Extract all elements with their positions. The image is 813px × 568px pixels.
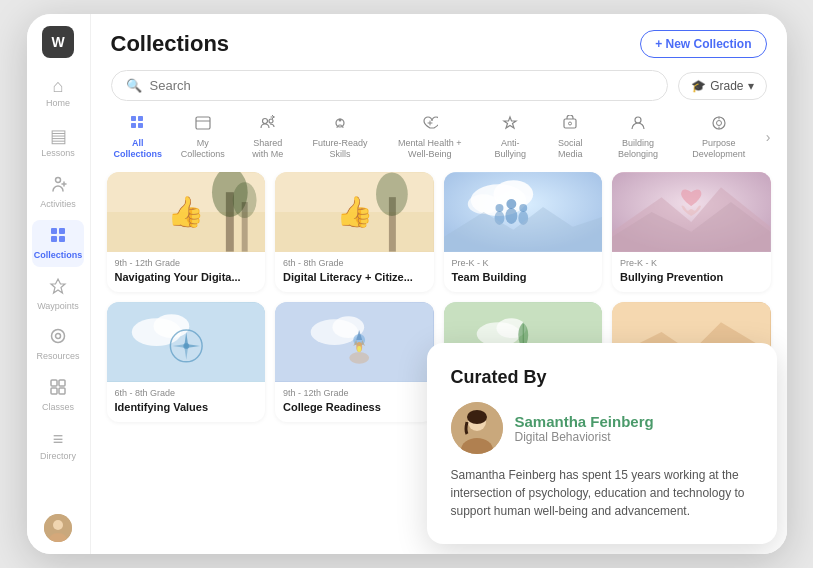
svg-point-0 xyxy=(56,177,61,182)
curated-by-popup: Curated By Sama xyxy=(427,343,777,544)
grade-label: Grade xyxy=(710,79,743,93)
svg-point-47 xyxy=(495,204,503,212)
social-media-icon xyxy=(562,115,578,135)
svg-rect-20 xyxy=(196,117,210,129)
search-icon: 🔍 xyxy=(126,78,142,93)
cat-tab-all[interactable]: All Collections xyxy=(107,111,169,164)
sidebar-label-waypoints: Waypoints xyxy=(37,302,79,312)
grade-filter-button[interactable]: 🎓 Grade ▾ xyxy=(678,72,766,100)
svg-point-46 xyxy=(505,208,517,224)
cat-tab-shared[interactable]: Shared with Me xyxy=(236,111,298,164)
cat-label-purpose: Purpose Development xyxy=(686,138,752,160)
cat-label-building: Building Belonging xyxy=(610,138,665,160)
anti-bullying-icon xyxy=(502,115,518,135)
card-title-1: Navigating Your Digita... xyxy=(115,270,258,284)
card-title-3: Team Building xyxy=(452,270,595,284)
category-tabs: All Collections My Collections xyxy=(91,111,787,172)
svg-rect-5 xyxy=(51,236,57,242)
cat-tab-social[interactable]: Social Media xyxy=(542,111,598,164)
collection-card-6[interactable]: 9th - 12th Grade College Readiness xyxy=(275,302,434,422)
curator-row: Samantha Feinberg Digital Behaviorist xyxy=(451,402,753,454)
category-scroll-right-icon[interactable]: › xyxy=(766,129,771,145)
card-info-4: Pre-K - K Bullying Prevention xyxy=(612,252,771,292)
svg-rect-11 xyxy=(51,388,57,394)
svg-point-63 xyxy=(349,352,369,364)
svg-rect-6 xyxy=(59,236,65,242)
collection-card-3[interactable]: Pre-K - K Team Building xyxy=(444,172,603,292)
sidebar-label-collections: Collections xyxy=(34,251,83,261)
cat-label-all: All Collections xyxy=(113,138,162,160)
user-avatar[interactable] xyxy=(44,514,72,542)
collection-card-4[interactable]: Pre-K - K Bullying Prevention xyxy=(612,172,771,292)
card-image-2: 👍 xyxy=(275,172,434,252)
cat-label-my: My Collections xyxy=(181,138,225,160)
home-icon: ⌂ xyxy=(53,76,64,97)
sidebar-item-lessons[interactable]: ▤ Lessons xyxy=(32,119,84,165)
thumbsup-icon-2: 👍 xyxy=(336,194,373,229)
card-image-4 xyxy=(612,172,771,252)
svg-point-22 xyxy=(269,119,273,123)
sidebar-item-waypoints[interactable]: Waypoints xyxy=(32,271,84,318)
svg-point-40 xyxy=(376,172,408,216)
curator-avatar xyxy=(451,402,503,454)
svg-point-24 xyxy=(339,119,342,122)
cat-tab-building[interactable]: Building Belonging xyxy=(602,111,673,164)
thumbsup-icon-1: 👍 xyxy=(167,194,204,229)
cat-tab-future[interactable]: Future-Ready Skills xyxy=(303,111,377,164)
sidebar-label-home: Home xyxy=(46,99,70,109)
cat-tab-purpose[interactable]: Purpose Development xyxy=(678,111,760,164)
collection-card-1[interactable]: 👍 9th - 12th Grade Navigating Your Digit… xyxy=(107,172,266,292)
card-title-4: Bullying Prevention xyxy=(620,270,763,284)
lessons-icon: ▤ xyxy=(50,125,67,147)
card-grade-2: 6th - 8th Grade xyxy=(283,258,426,268)
svg-rect-18 xyxy=(131,123,136,128)
collection-card-5[interactable]: 6th - 8th Grade Identifying Values xyxy=(107,302,266,422)
curator-name: Samantha Feinberg xyxy=(515,413,654,430)
cat-tab-mental[interactable]: Mental Health + Well-Being xyxy=(381,111,478,164)
cat-label-anti: Anti-Bullying xyxy=(490,138,530,160)
curator-bio: Samantha Feinberg has spent 15 years wor… xyxy=(451,466,753,520)
card-grade-4: Pre-K - K xyxy=(620,258,763,268)
tablet-frame: W ⌂ Home ▤ Lessons Activities xyxy=(27,14,787,554)
sidebar-item-home[interactable]: ⌂ Home xyxy=(32,70,84,115)
chevron-down-icon: ▾ xyxy=(748,79,754,93)
sidebar-item-directory[interactable]: ≡ Directory xyxy=(32,423,84,468)
curated-by-title: Curated By xyxy=(451,367,753,388)
cat-tab-my[interactable]: My Collections xyxy=(173,111,232,164)
svg-rect-3 xyxy=(51,228,57,234)
resources-icon xyxy=(49,327,67,350)
card-info-6: 9th - 12th Grade College Readiness xyxy=(275,382,434,422)
future-ready-icon xyxy=(332,115,348,135)
search-input[interactable] xyxy=(150,78,654,93)
collection-card-2[interactable]: 👍 6th - 8th Grade Digital Literacy + Cit… xyxy=(275,172,434,292)
cat-label-future: Future-Ready Skills xyxy=(311,138,369,160)
search-row: 🔍 🎓 Grade ▾ xyxy=(91,66,787,111)
mental-health-icon xyxy=(422,115,438,135)
sidebar-item-activities[interactable]: Activities xyxy=(32,169,84,216)
sidebar-item-resources[interactable]: Resources xyxy=(32,321,84,368)
svg-rect-9 xyxy=(51,380,57,386)
curator-role: Digital Behaviorist xyxy=(515,430,654,444)
sidebar-label-lessons: Lessons xyxy=(41,149,75,159)
svg-rect-10 xyxy=(59,380,65,386)
svg-rect-12 xyxy=(59,388,65,394)
new-collection-button[interactable]: + New Collection xyxy=(640,30,766,58)
activities-icon xyxy=(49,175,67,198)
card-info-3: Pre-K - K Team Building xyxy=(444,252,603,292)
card-image-3 xyxy=(444,172,603,252)
card-grade-6: 9th - 12th Grade xyxy=(283,388,426,398)
search-bar[interactable]: 🔍 xyxy=(111,70,669,101)
cat-label-social: Social Media xyxy=(550,138,590,160)
svg-rect-17 xyxy=(138,116,143,121)
cat-tab-anti[interactable]: Anti-Bullying xyxy=(482,111,538,164)
card-image-1: 👍 xyxy=(107,172,266,252)
sidebar-item-collections[interactable]: Collections xyxy=(32,220,84,267)
my-collections-icon xyxy=(195,115,211,135)
card-info-5: 6th - 8th Grade Identifying Values xyxy=(107,382,266,422)
svg-point-72 xyxy=(467,410,487,424)
classes-icon xyxy=(49,378,67,401)
card-title-5: Identifying Values xyxy=(115,400,258,414)
sidebar-item-classes[interactable]: Classes xyxy=(32,372,84,419)
directory-icon: ≡ xyxy=(53,429,64,450)
card-image-5 xyxy=(107,302,266,382)
